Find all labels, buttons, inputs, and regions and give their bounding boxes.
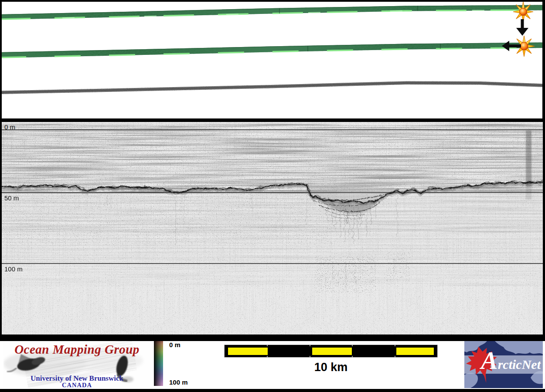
omg-logo: Ocean Mapping Group University of New Br… (3, 341, 150, 389)
depth-colorbar (154, 341, 163, 386)
scale-bar-tick (352, 345, 353, 346)
scale-bar-label: 10 km (225, 361, 437, 374)
scale-bar-tick (310, 356, 310, 357)
frame-border-left-echo (0, 122, 2, 335)
scale-bar-tick (267, 345, 268, 346)
scale-bar-segment (312, 348, 352, 355)
starburst-icon (513, 2, 533, 22)
multibeam-track-strip-2 (0, 40, 545, 62)
scale-bar (225, 345, 437, 357)
colorbar-bottom-label: 100 m (169, 378, 188, 386)
scale-bar-tick (395, 356, 395, 357)
colorbar-top-label: 0 m (169, 341, 181, 348)
depth-label-100m: 100 m (4, 265, 23, 273)
arcticnet-logo: ArcticNet (464, 341, 543, 388)
deep-scatter-patch (320, 259, 371, 290)
frame-border-top (0, 0, 545, 2)
down-arrow-icon (516, 19, 528, 36)
figure-art (0, 0, 545, 392)
scale-bar-segment (228, 348, 268, 355)
scale-bar-segment (396, 348, 434, 355)
frame-border-left-top (0, 0, 2, 118)
multibeam-track-strip-1 (0, 2, 545, 24)
echogram-art (0, 123, 545, 335)
omg-country: CANADA (3, 382, 150, 389)
depth-label-0m: 0 m (4, 123, 15, 131)
arcticnet-brand: ArcticNet (481, 343, 542, 382)
frame-border-right-echo (543, 122, 545, 335)
omg-title: Ocean Mapping Group (3, 342, 150, 357)
scale-bar-tick (267, 356, 268, 357)
depth-label-50m: 50 m (4, 194, 19, 202)
panel-divider (0, 118, 545, 122)
frame-border-right-top (542, 0, 545, 118)
scale-bar-tick (352, 356, 353, 357)
figure-frame: 0 m 50 m 100 m (0, 0, 545, 392)
scale-bar-tick (395, 345, 395, 346)
echo-artifact-column (526, 131, 531, 186)
scale-bar-tick (310, 345, 310, 346)
left-arrow-icon (502, 41, 521, 51)
footer-bar: Ocean Mapping Group University of New Br… (0, 335, 545, 392)
singlebeam-track-strip-3 (0, 78, 545, 97)
